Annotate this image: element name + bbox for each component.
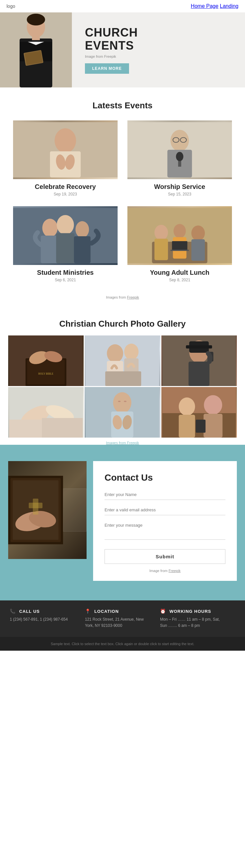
header: logo Home Page Landing [0,0,245,12]
event-name-1: Worship Service [128,183,232,191]
clock-icon: ⏰ [160,609,166,614]
event-card-student-ministries: Student Ministries Sep 6, 2021 [8,203,123,289]
footer-bottom-text: Sample text. Click to select the text bo… [51,642,194,646]
event-image-young-adult-lunch [128,206,232,265]
hero-image-credit: Image from Freepik [85,55,232,58]
footer-call-text: 1 (234) 567-891, 1 (234) 987-654 [10,616,85,623]
svg-point-46 [107,344,123,363]
contact-bible-image [8,461,87,559]
event-date-1: Sep 15, 2023 [128,192,232,196]
footer-hours-text: Mon – Fri …… 11 am – 8 pm, Sat, Sun ……. … [160,616,235,629]
event-image-worship-service [128,120,232,179]
svg-point-35 [191,225,205,241]
location-icon: 📍 [85,609,91,614]
gallery-cell-2 [161,336,237,386]
footer-info: 📞 CALL US 1 (234) 567-891, 1 (234) 987-6… [0,600,245,637]
svg-rect-53 [189,362,209,386]
contact-name-input[interactable] [105,490,225,500]
contact-message-input[interactable] [105,520,225,540]
contact-submit-button[interactable]: Submit [105,549,225,564]
svg-point-23 [42,219,57,237]
footer-col-hours: ⏰ WORKING HOURS Mon – Fri …… 11 am – 8 p… [160,609,235,629]
svg-point-73 [204,395,222,415]
svg-rect-50 [105,371,141,386]
event-name-3: Young Adult Lunch [128,269,232,276]
gallery-cell-5 [161,387,237,438]
event-date-2: Sep 6, 2021 [13,278,117,282]
hero-section: CHURCH EVENTS Image from Freepik LEARN M… [0,12,245,88]
gallery-grid: HOLY BIBLE [0,336,245,438]
svg-rect-55 [186,345,212,348]
svg-point-31 [155,225,168,240]
gallery-cell-4 [85,387,160,438]
events-grid: Celebrate Recovery Sep 19, 2023 [0,117,245,292]
footer-call-title: 📞 CALL US [10,609,85,614]
event-card-celebrate-recovery: Celebrate Recovery Sep 19, 2023 [8,117,123,203]
nav-home[interactable]: Home Page [191,3,219,9]
event-name-0: Celebrate Recovery [13,183,117,191]
contact-form-wrapper: Contact Us Submit Image from Freepik [93,461,237,581]
svg-rect-38 [170,250,189,251]
latest-events-section: Latests Events Celebrate Recovery Sep 19… [0,88,245,309]
svg-point-63 [113,392,131,413]
header-nav: Home Page Landing [191,3,239,9]
event-card-young-adult-lunch: Young Adult Lunch Sep 8, 2021 [123,203,237,289]
events-footnote: Images from Freepik [0,292,245,309]
svg-rect-61 [42,418,83,438]
svg-point-27 [76,221,89,238]
event-date-3: Sep 8, 2021 [128,278,232,282]
footer-bottom: Sample text. Click to select the text bo… [0,637,245,651]
nav-landing[interactable]: Landing [220,3,239,9]
gallery-cell-0: HOLY BIBLE [8,336,84,386]
svg-point-5 [27,14,45,26]
contact-image-credit: Image from Freepik [105,569,225,573]
logo: logo [6,4,15,9]
svg-rect-74 [203,414,222,438]
svg-point-71 [179,398,195,416]
footer-hours-title: ⏰ WORKING HOURS [160,609,235,614]
svg-rect-36 [191,239,205,261]
footer-location-title: 📍 LOCATION [85,609,160,614]
gallery-cell-3 [8,387,84,438]
latest-events-title: Latests Events [0,88,245,117]
svg-rect-82 [29,503,43,508]
svg-point-25 [57,215,74,235]
footer-location-text: 121 Rock Street, 21 Avenue, New York, NY… [85,616,160,629]
gallery-cell-1 [85,336,160,386]
footer-col-location: 📍 LOCATION 121 Rock Street, 21 Avenue, N… [85,609,160,629]
svg-point-67 [118,401,120,402]
gallery-section: Christian Church Photo Gallery HOLY BIBL… [0,309,245,445]
contact-section: Contact Us Submit Image from Freepik [0,445,245,600]
svg-point-11 [55,128,76,153]
event-date-0: Sep 19, 2023 [13,192,117,196]
svg-point-33 [173,224,186,238]
event-card-worship-service: Worship Service Sep 15, 2023 [123,117,237,203]
event-image-student-ministries [13,206,117,265]
svg-point-19 [176,152,184,161]
hero-title: CHURCH EVENTS [85,26,232,52]
svg-point-68 [124,401,127,402]
svg-point-48 [124,344,138,360]
gallery-footnote[interactable]: Images from Freepik [0,438,245,445]
hero-image [0,12,72,88]
svg-rect-28 [74,236,90,264]
hero-man-svg [0,12,72,88]
contact-form-title: Contact Us [105,472,225,483]
contact-email-input[interactable] [105,505,225,515]
footer-col-call: 📞 CALL US 1 (234) 567-891, 1 (234) 987-6… [10,609,85,629]
hero-learn-more-button[interactable]: LEARN MORE [85,63,129,74]
svg-text:HOLY BIBLE: HOLY BIBLE [38,372,53,375]
contact-form: Submit [105,490,225,564]
hero-content: CHURCH EVENTS Image from Freepik LEARN M… [72,16,245,84]
svg-rect-72 [179,415,195,438]
phone-icon: 📞 [10,609,16,614]
svg-rect-32 [155,239,168,260]
event-image-celebrate-recovery [13,120,117,179]
svg-rect-37 [172,241,187,250]
svg-rect-75 [196,420,206,433]
gallery-title: Christian Church Photo Gallery [0,309,245,336]
event-name-2: Student Ministries [13,269,117,276]
svg-rect-26 [56,233,75,263]
